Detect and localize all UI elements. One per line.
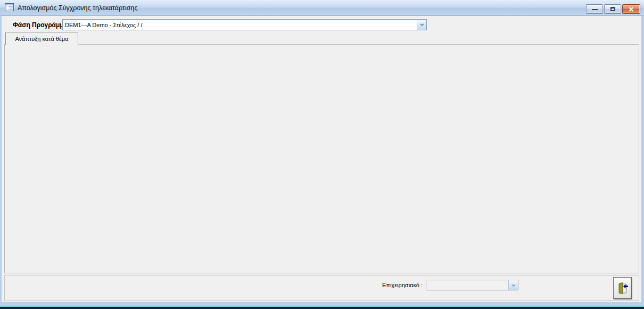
minimize-button[interactable] [586,4,603,14]
business-value [426,280,508,290]
frame-base-line [0,307,644,309]
tab-development-by-topic[interactable]: Ανάπτυξη κατά θέμα [5,32,78,45]
form-icon [5,3,14,12]
phase-dropdown-button[interactable] [417,20,426,30]
tab-pane [4,44,639,273]
restore-icon [610,7,615,11]
app-window: Απολογισμός Σύγχρονης τηλεκατάρτισης Φάσ… [0,0,644,309]
close-button[interactable] [622,4,640,14]
title-bar: Απολογισμός Σύγχρονης τηλεκατάρτισης [0,0,644,16]
close-icon [629,7,634,12]
exit-button[interactable] [613,277,632,299]
chevron-down-icon [420,23,424,26]
business-dropdown-button[interactable] [508,280,518,290]
business-label: Επιχειρησιακό : [382,282,423,288]
chevron-down-icon [511,284,516,287]
footer-strip [4,275,639,301]
business-combobox[interactable] [426,280,518,290]
minimize-icon [592,9,598,10]
window-title: Απολογισμός Σύγχρονης τηλεκατάρτισης [18,4,137,12]
restore-button[interactable] [604,4,621,14]
exit-door-icon [616,282,629,295]
phase-combobox[interactable]: DEM1---Α Demo - Στέλεχος / / [62,19,427,30]
phase-value: DEM1---Α Demo - Στέλεχος / / [63,20,417,30]
tab-label: Ανάπτυξη κατά θέμα [15,36,68,42]
